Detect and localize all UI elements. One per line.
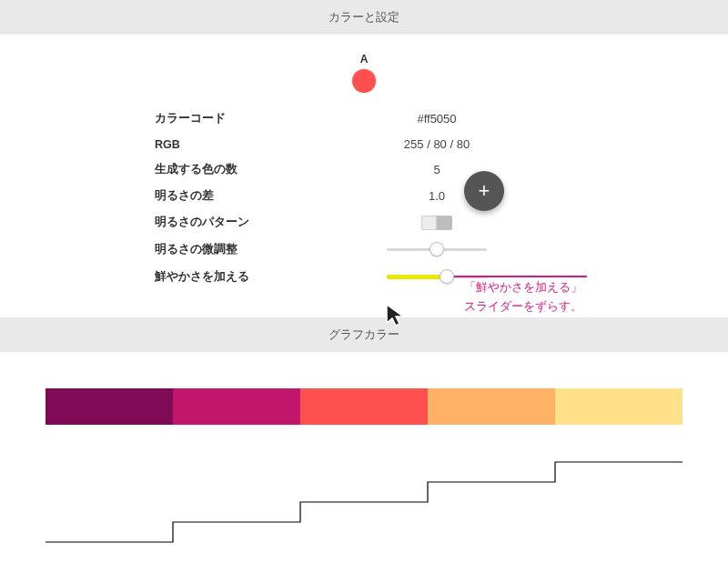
- value-light-diff[interactable]: 1.0: [300, 189, 573, 203]
- color-chip-block: A: [0, 53, 728, 93]
- annotation-line-1: 「鮮やかさを加える」: [464, 278, 582, 297]
- add-button[interactable]: +: [464, 171, 504, 211]
- color-swatches: [46, 388, 682, 425]
- settings-panel: A カラーコード #ff5050 RGB 255 / 80 / 80 生成する色…: [0, 35, 728, 317]
- slider-fill: [387, 275, 447, 279]
- swatch-3[interactable]: [428, 388, 555, 425]
- annotation-line-2: スライダーをずらす。: [464, 297, 582, 317]
- toggle-knob: [421, 216, 437, 230]
- annotation-text: 「鮮やかさを加える」 スライダーをずらす。: [464, 278, 582, 317]
- row-count: 生成する色の数 5: [155, 156, 573, 183]
- value-color-code[interactable]: #ff5050: [300, 112, 573, 126]
- row-rgb: RGB 255 / 80 / 80: [155, 132, 573, 156]
- row-light-diff: 明るさの差 1.0: [155, 183, 573, 209]
- label-count: 生成する色の数: [155, 162, 300, 177]
- step-line: [46, 462, 682, 542]
- plus-icon: +: [479, 179, 490, 203]
- label-color-code: カラーコード: [155, 111, 300, 126]
- label-light-fine: 明るさの微調整: [155, 242, 300, 257]
- value-rgb: 255 / 80 / 80: [300, 137, 573, 151]
- toggle-light-pattern[interactable]: [421, 216, 452, 230]
- step-chart: [46, 452, 682, 552]
- step-chart-svg: [46, 452, 682, 552]
- swatch-4[interactable]: [555, 388, 682, 425]
- color-chip[interactable]: [352, 69, 376, 93]
- slider-thumb[interactable]: [430, 242, 444, 256]
- section-header-graph: グラフカラー: [0, 317, 728, 352]
- section-header-settings-label: カラーと設定: [329, 10, 399, 24]
- settings-rows: カラーコード #ff5050 RGB 255 / 80 / 80 生成する色の数…: [155, 106, 573, 290]
- label-light-pattern: 明るさのパターン: [155, 215, 300, 230]
- annotation-connector-line: [447, 276, 587, 277]
- row-light-fine: 明るさの微調整: [155, 236, 573, 263]
- row-light-pattern: 明るさのパターン: [155, 209, 573, 236]
- chip-label: A: [0, 53, 728, 65]
- swatch-2[interactable]: [300, 388, 428, 425]
- value-count[interactable]: 5: [300, 163, 573, 176]
- swatch-0[interactable]: [46, 388, 173, 425]
- label-rgb: RGB: [155, 138, 300, 151]
- label-saturation: 鮮やかさを加える: [155, 269, 300, 285]
- section-header-graph-label: グラフカラー: [329, 327, 399, 341]
- label-light-diff: 明るさの差: [155, 188, 300, 204]
- row-color-code: カラーコード #ff5050: [155, 106, 573, 132]
- slider-thumb[interactable]: [440, 269, 454, 284]
- slider-light-fine[interactable]: [387, 241, 487, 257]
- section-header-settings: カラーと設定: [0, 0, 728, 35]
- swatch-1[interactable]: [173, 388, 300, 425]
